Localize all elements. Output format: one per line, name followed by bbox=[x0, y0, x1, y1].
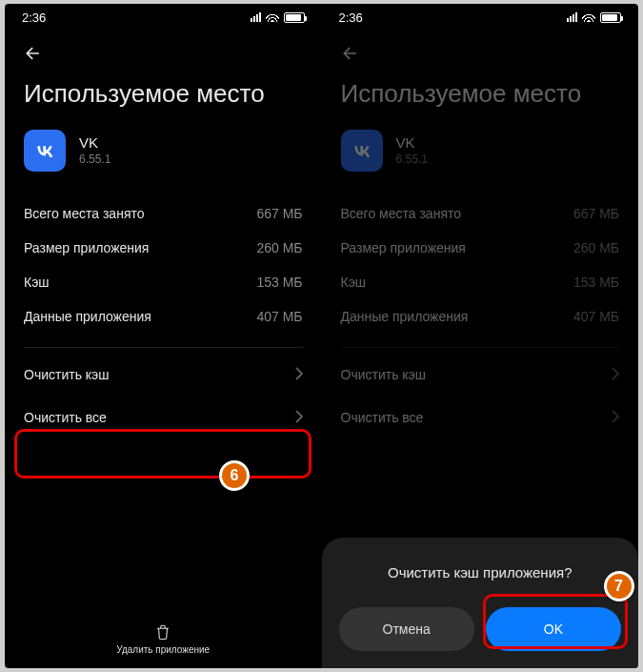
app-name: VK bbox=[79, 134, 111, 151]
app-version: 6.55.1 bbox=[79, 153, 111, 166]
stat-total: Всего места занято 667 МБ bbox=[341, 196, 620, 231]
confirm-dialog: Очистить кэш приложения? Отмена OK bbox=[322, 538, 639, 668]
app-name: VK bbox=[396, 134, 428, 151]
chevron-right-icon bbox=[612, 367, 619, 383]
phone-right: 2:36 Используемое место VK 6.55.1 bbox=[322, 4, 639, 668]
page-title: Используемое место bbox=[24, 80, 303, 109]
clear-all-button[interactable]: Очистить все bbox=[24, 397, 303, 439]
back-button[interactable] bbox=[341, 44, 360, 63]
step-badge-6: 6 bbox=[219, 460, 250, 491]
status-bar: 2:36 bbox=[322, 4, 639, 31]
vk-app-icon bbox=[24, 130, 66, 172]
wifi-icon bbox=[266, 12, 279, 22]
wifi-icon bbox=[582, 12, 595, 22]
stat-cache: Кэш 153 МБ bbox=[24, 265, 303, 299]
trash-icon bbox=[154, 623, 171, 641]
back-button[interactable] bbox=[24, 44, 43, 63]
app-version: 6.55.1 bbox=[396, 153, 428, 166]
status-bar: 2:36 bbox=[5, 4, 322, 31]
app-row: VK 6.55.1 bbox=[24, 130, 303, 172]
chevron-right-icon bbox=[612, 410, 619, 426]
uninstall-button[interactable]: Удалить приложение bbox=[5, 623, 322, 655]
divider bbox=[24, 347, 303, 348]
dialog-ok-button[interactable]: OK bbox=[486, 607, 621, 651]
chevron-right-icon bbox=[295, 410, 303, 426]
clock: 2:36 bbox=[22, 10, 46, 25]
chevron-right-icon bbox=[295, 367, 303, 383]
clock: 2:36 bbox=[339, 10, 363, 25]
dialog-cancel-button[interactable]: Отмена bbox=[339, 607, 474, 651]
signal-icon bbox=[567, 12, 577, 22]
battery-icon bbox=[600, 12, 621, 23]
phone-left: 2:36 Используемое место VK 6.55.1 bbox=[5, 4, 322, 668]
clear-all-button[interactable]: Очистить все bbox=[341, 397, 620, 439]
clear-cache-button[interactable]: Очистить кэш bbox=[341, 354, 620, 397]
stat-cache: Кэш 153 МБ bbox=[341, 265, 620, 299]
stat-app-size: Размер приложения 260 МБ bbox=[24, 231, 303, 265]
stat-app-data: Данные приложения 407 МБ bbox=[24, 299, 303, 334]
stat-app-size: Размер приложения 260 МБ bbox=[341, 231, 620, 265]
app-row: VK 6.55.1 bbox=[341, 130, 620, 172]
stat-app-data: Данные приложения 407 МБ bbox=[341, 299, 620, 334]
stat-total: Всего места занято 667 МБ bbox=[24, 196, 303, 231]
signal-icon bbox=[251, 12, 261, 22]
vk-app-icon bbox=[341, 130, 383, 172]
dialog-title: Очистить кэш приложения? bbox=[339, 564, 622, 580]
clear-cache-button[interactable]: Очистить кэш bbox=[24, 354, 303, 397]
divider bbox=[341, 347, 620, 348]
page-title: Используемое место bbox=[341, 80, 620, 109]
battery-icon bbox=[284, 12, 305, 23]
